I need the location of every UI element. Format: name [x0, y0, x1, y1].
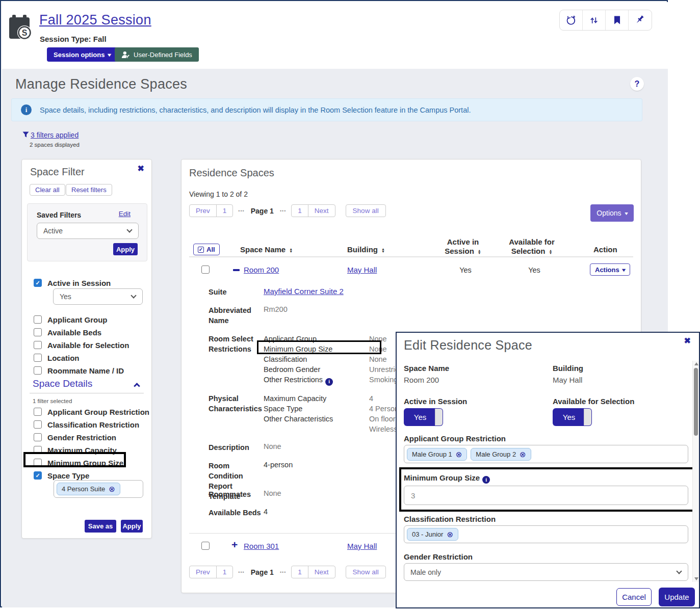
checkbox-checked[interactable]: ✓: [34, 471, 42, 480]
checkbox[interactable]: [34, 354, 42, 362]
column-header-space-name[interactable]: Space Name▲▼: [240, 245, 293, 254]
apply-filters-button[interactable]: Apply: [121, 520, 143, 533]
minimum-group-size-input[interactable]: [404, 486, 688, 505]
bookmark-button[interactable]: [606, 10, 629, 30]
cancel-button[interactable]: Cancel: [616, 588, 652, 606]
checkbox[interactable]: [34, 446, 42, 454]
restriction-label: Classification: [264, 354, 369, 364]
filter-location[interactable]: Location: [34, 353, 80, 362]
session-options-button[interactable]: Session options ▾: [47, 47, 117, 62]
page-1-button[interactable]: 1: [217, 205, 233, 217]
chip-label: 03 - Junior: [412, 530, 443, 538]
session-title-link[interactable]: Fall 2025 Session: [39, 12, 151, 28]
chevron-up-icon[interactable]: [134, 383, 140, 389]
row-checkbox[interactable]: [201, 542, 210, 550]
filter-available-beds[interactable]: Available Beds: [34, 328, 101, 337]
building-link[interactable]: May Hall: [347, 542, 377, 550]
filter-applicant-group[interactable]: Applicant Group: [34, 315, 108, 324]
room-200-link[interactable]: Room 200: [244, 265, 279, 274]
info-icon[interactable]: i: [482, 476, 490, 484]
expand-row-icon[interactable]: +: [231, 539, 238, 551]
header-label: Active in: [447, 237, 479, 246]
prev-page-button[interactable]: Prev: [190, 205, 217, 217]
active-in-session-toggle[interactable]: Yes: [404, 408, 443, 426]
checkbox-label: Applicant Group: [47, 315, 108, 324]
checkbox[interactable]: [34, 408, 42, 416]
page-1-button[interactable]: 1: [217, 566, 233, 578]
row-actions-button[interactable]: Actions ▾: [590, 263, 630, 276]
select-all-button[interactable]: ✓ All: [193, 244, 220, 255]
user-defined-fields-label: User-Defined Fields: [134, 51, 192, 59]
close-filter-icon[interactable]: ✖: [138, 165, 144, 173]
filters-applied-link[interactable]: 3 filters applied: [22, 131, 79, 139]
filters-selected-note: 1 filter selected: [33, 398, 72, 404]
options-button[interactable]: Options ▾: [590, 204, 634, 222]
scrollbar-thumb[interactable]: [694, 368, 698, 436]
available-for-selection-toggle[interactable]: Yes: [553, 408, 592, 426]
space-type-tag-input[interactable]: 4 Person Suite ⊗: [54, 480, 143, 498]
save-as-button[interactable]: Save as: [85, 520, 116, 533]
user-defined-fields-button[interactable]: User-Defined Fields: [115, 47, 199, 62]
divider: [30, 393, 144, 393]
prev-page-button[interactable]: Prev: [190, 566, 217, 578]
filter-gender-restriction[interactable]: Gender Restriction: [34, 433, 116, 442]
applicant-group-tag-input[interactable]: Male Group 1 ⊗ Male Group 2 ⊗: [404, 445, 688, 463]
reset-filters-button[interactable]: Reset filters: [66, 184, 112, 196]
building-link[interactable]: May Hall: [347, 265, 377, 274]
refresh-session-button[interactable]: [560, 10, 583, 30]
remove-chip-icon[interactable]: ⊗: [456, 450, 462, 458]
gender-restriction-select[interactable]: Male only: [404, 563, 688, 581]
edit-saved-filters-link[interactable]: Edit: [119, 210, 131, 218]
remove-chip-icon[interactable]: ⊗: [520, 450, 526, 458]
active-in-session-filter[interactable]: ✓ Active in Session: [34, 278, 111, 287]
space-type-chip: 4 Person Suite ⊗: [57, 483, 120, 495]
checkbox-checked[interactable]: ✓: [34, 279, 42, 287]
next-page-button[interactable]: Next: [308, 566, 335, 578]
filter-roommate-name[interactable]: Roommate Name / ID: [34, 366, 124, 375]
clear-all-button[interactable]: Clear all: [30, 184, 65, 196]
classification-tag-input[interactable]: 03 - Junior ⊗: [404, 525, 688, 543]
page-1-button[interactable]: 1: [292, 205, 308, 217]
column-header-building[interactable]: Building▲▼: [347, 245, 385, 254]
filter-available-for-selection[interactable]: Available for Selection: [34, 340, 129, 350]
space-details-section-header[interactable]: Space Details: [33, 378, 92, 389]
close-modal-icon[interactable]: ✖: [684, 337, 691, 345]
checkbox[interactable]: [34, 341, 42, 349]
checkbox[interactable]: [34, 328, 42, 336]
suite-link[interactable]: Mayfield Corner Suite 2: [264, 287, 344, 297]
active-in-session-select[interactable]: Yes: [53, 288, 143, 305]
modal-scrollbar[interactable]: [692, 361, 699, 582]
page-1-button[interactable]: 1: [292, 566, 308, 578]
column-header-active-in-session[interactable]: Active in Session▲▼: [437, 237, 488, 256]
scroll-down-icon[interactable]: [694, 577, 698, 580]
filter-minimum-group-size[interactable]: Minimum Group Size: [34, 458, 123, 467]
show-all-button[interactable]: Show all: [346, 204, 386, 217]
column-header-action: Action: [593, 245, 617, 254]
filter-space-type[interactable]: ✓ Space Type: [34, 471, 89, 480]
checkbox[interactable]: [34, 433, 42, 441]
column-header-available-for-selection[interactable]: Available for Selection▲▼: [501, 237, 562, 256]
filter-applicant-group-restriction[interactable]: Applicant Group Restriction: [34, 407, 149, 416]
info-icon[interactable]: i: [325, 378, 333, 386]
saved-filter-select[interactable]: Active: [37, 223, 139, 239]
update-button[interactable]: Update: [659, 588, 695, 606]
checkbox[interactable]: [34, 459, 42, 467]
help-button[interactable]: ?: [630, 77, 644, 91]
filter-classification-restriction[interactable]: Classification Restriction: [34, 420, 139, 429]
filter-maximum-capacity[interactable]: Maximum Capacity: [34, 445, 117, 455]
next-page-button[interactable]: Next: [308, 205, 335, 217]
room-301-link[interactable]: Room 301: [244, 542, 279, 550]
detail-row-physical-characteristics: Physical Characteristics Maximum Capacit…: [209, 393, 402, 434]
scroll-up-icon[interactable]: [694, 362, 698, 365]
checkbox[interactable]: [34, 366, 42, 375]
pin-button[interactable]: [629, 10, 652, 30]
checkbox[interactable]: [34, 420, 42, 429]
row-checkbox[interactable]: [201, 265, 210, 274]
show-all-button[interactable]: Show all: [346, 566, 386, 578]
checkbox[interactable]: [34, 315, 42, 324]
collapse-row-icon[interactable]: [233, 269, 240, 271]
saved-filter-apply-button[interactable]: Apply: [113, 243, 138, 255]
transfer-button[interactable]: [583, 10, 606, 30]
remove-chip-icon[interactable]: ⊗: [447, 530, 453, 538]
remove-chip-icon[interactable]: ⊗: [109, 485, 115, 493]
